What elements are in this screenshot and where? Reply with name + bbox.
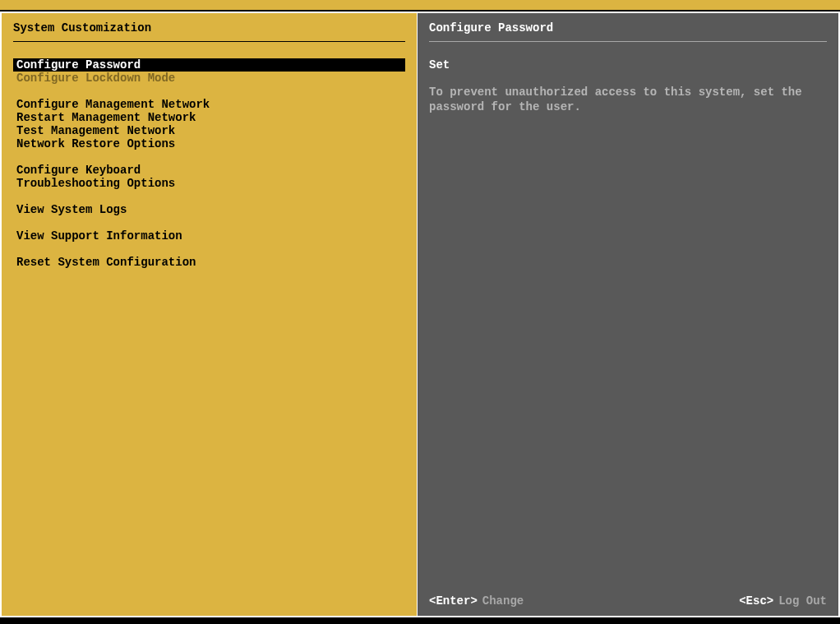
menu-item-configure-password[interactable]: Configure Password bbox=[13, 58, 405, 72]
right-panel: Configure Password Set To prevent unauth… bbox=[418, 13, 838, 616]
menu-group: Configure Management Network Restart Man… bbox=[13, 98, 405, 150]
menu-item-network-restore-options[interactable]: Network Restore Options bbox=[13, 137, 405, 150]
footer-bar: <Enter> Change <Esc> Log Out bbox=[418, 588, 838, 616]
menu-item-configure-lockdown-mode[interactable]: Configure Lockdown Mode bbox=[13, 72, 405, 85]
menu-item-configure-management-network[interactable]: Configure Management Network bbox=[13, 98, 405, 111]
footer-enter-action: Change bbox=[482, 594, 524, 608]
menu-group: View Support Information bbox=[13, 229, 405, 243]
top-accent-bar bbox=[0, 0, 840, 10]
detail-heading: Set bbox=[429, 58, 827, 72]
menu-list: Configure Password Configure Lockdown Mo… bbox=[2, 45, 417, 616]
left-panel-title: System Customization bbox=[2, 13, 417, 41]
menu-item-view-system-logs[interactable]: View System Logs bbox=[13, 203, 405, 216]
footer-esc[interactable]: <Esc> Log Out bbox=[739, 594, 827, 608]
detail-content: Set To prevent unauthorized access to th… bbox=[418, 45, 838, 588]
menu-group: View System Logs bbox=[13, 203, 405, 216]
footer-enter-key: <Enter> bbox=[429, 594, 478, 608]
menu-item-configure-keyboard[interactable]: Configure Keyboard bbox=[13, 164, 405, 177]
menu-group: Configure Keyboard Troubleshooting Optio… bbox=[13, 164, 405, 190]
detail-description: To prevent unauthorized access to this s… bbox=[429, 85, 827, 114]
footer-esc-action: Log Out bbox=[778, 594, 827, 608]
main-container: System Customization Configure Password … bbox=[0, 12, 840, 617]
right-panel-title: Configure Password bbox=[418, 13, 838, 41]
menu-group: Reset System Configuration bbox=[13, 256, 405, 269]
menu-item-restart-management-network[interactable]: Restart Management Network bbox=[13, 111, 405, 124]
menu-item-test-management-network[interactable]: Test Management Network bbox=[13, 124, 405, 137]
menu-item-troubleshooting-options[interactable]: Troubleshooting Options bbox=[13, 177, 405, 190]
left-panel: System Customization Configure Password … bbox=[2, 13, 418, 616]
menu-item-view-support-information[interactable]: View Support Information bbox=[13, 229, 405, 243]
right-divider bbox=[429, 41, 827, 42]
left-divider bbox=[13, 41, 405, 42]
menu-item-reset-system-configuration[interactable]: Reset System Configuration bbox=[13, 256, 405, 269]
footer-enter[interactable]: <Enter> Change bbox=[429, 594, 524, 608]
footer-esc-key: <Esc> bbox=[739, 594, 773, 608]
menu-group: Configure Password Configure Lockdown Mo… bbox=[13, 58, 405, 85]
